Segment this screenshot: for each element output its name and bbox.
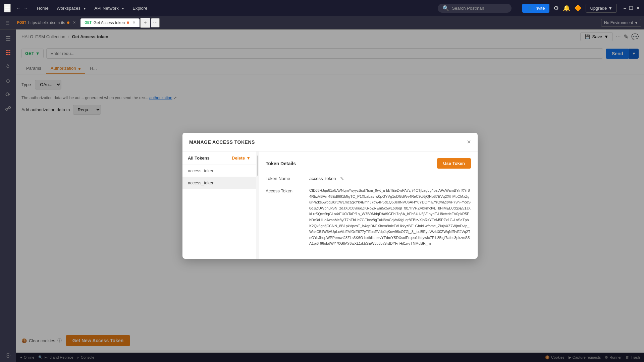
- modal-header: MANAGE ACCESS TOKENS ×: [182, 133, 478, 152]
- env-chevron-icon: ▼: [634, 20, 638, 25]
- access-token-value: CfDJ8HJqu81a8AVNqmYsyycSsd7Ism_9wt_a-bkT…: [309, 188, 471, 247]
- invite-button[interactable]: 👤 Invite: [522, 4, 549, 13]
- tab-get-access-token[interactable]: GET Get Access token ✕: [80, 18, 140, 27]
- token-name-value: access_token ✎: [309, 175, 471, 182]
- sidebar-toggle[interactable]: ☰: [3, 19, 12, 27]
- delete-button[interactable]: Delete ▼: [232, 156, 251, 161]
- tab-label-get: Get Access token: [94, 20, 125, 25]
- sidebar: ☰ ☷ ◊ ◇ ⟳ ☍ ☉: [0, 29, 16, 362]
- token-list-panel: All Tokens Delete ▼ access_token access_…: [182, 152, 256, 259]
- nav-explore[interactable]: Explore: [129, 4, 151, 12]
- token-item-0[interactable]: access_token: [182, 165, 256, 177]
- tab-bar: ☰ POST https://helix-dsom-its ✕ GET Get …: [0, 16, 644, 29]
- sidebar-icon-share[interactable]: ☍: [2, 102, 14, 115]
- invite-icon: 👤: [527, 6, 532, 11]
- maximize-button[interactable]: ☐: [629, 5, 633, 11]
- tab-close-post[interactable]: ✕: [73, 20, 76, 25]
- minimize-button[interactable]: –: [624, 5, 626, 11]
- sidebar-icon-environments[interactable]: ◇: [3, 74, 13, 87]
- avatar-button[interactable]: 🔶: [574, 4, 582, 12]
- all-tokens-label: All Tokens: [188, 156, 210, 161]
- search-icon: 🔍: [442, 5, 449, 11]
- menu-button[interactable]: ☰: [4, 4, 11, 12]
- nav-items: Home Workspaces ▼ API Network ▼ Explore: [34, 4, 151, 12]
- token-details-panel: Token Details Use Token Token Name acces…: [259, 152, 478, 259]
- tab-close-get[interactable]: ✕: [132, 20, 136, 25]
- nav-home[interactable]: Home: [34, 4, 52, 12]
- unsaved-dot-get: [127, 21, 129, 24]
- modal-title: MANAGE ACCESS TOKENS: [189, 139, 255, 145]
- modal-scrollbar[interactable]: [256, 152, 259, 259]
- access-token-row: Access Token CfDJ8HJqu81a8AVNqmYsyycSsd7…: [266, 188, 471, 247]
- top-bar: ☰ ← → Home Workspaces ▼ API Network ▼ Ex…: [0, 0, 644, 16]
- close-button[interactable]: ✕: [636, 5, 640, 11]
- token-item-1[interactable]: access_token: [182, 177, 256, 189]
- sidebar-icon-api[interactable]: ◊: [4, 60, 12, 73]
- token-details-header: Token Details Use Token: [266, 158, 471, 169]
- main-layout: ☰ ☷ ◊ ◇ ⟳ ☍ ☉ HALO ITSM Collection / Get…: [0, 29, 644, 362]
- environment-select[interactable]: No Environment ▼: [601, 19, 641, 27]
- token-name-row: Token Name access_token ✎: [266, 175, 471, 182]
- nav-workspaces[interactable]: Workspaces ▼: [53, 4, 90, 12]
- use-token-button[interactable]: Use Token: [437, 158, 471, 169]
- manage-tokens-modal: MANAGE ACCESS TOKENS × All Tokens Delete…: [182, 133, 478, 259]
- token-name-label: Token Name: [266, 175, 303, 182]
- access-token-label: Access Token: [266, 188, 303, 247]
- modal-overlay: MANAGE ACCESS TOKENS × All Tokens Delete…: [16, 29, 644, 362]
- sidebar-icon-collections[interactable]: ☰: [3, 32, 13, 45]
- search-input[interactable]: [452, 6, 505, 11]
- sidebar-icon-monitor[interactable]: ☷: [3, 46, 13, 59]
- search-bar[interactable]: 🔍: [438, 4, 512, 13]
- token-details-title: Token Details: [266, 161, 296, 166]
- tab-label-post: https://helix-dsom-its: [28, 20, 65, 25]
- add-tab-button[interactable]: +: [140, 18, 150, 28]
- modal-body: All Tokens Delete ▼ access_token access_…: [182, 152, 478, 259]
- method-label-get: GET: [85, 21, 92, 24]
- token-name-edit-icon[interactable]: ✎: [340, 175, 344, 182]
- more-tabs-button[interactable]: ⋯: [151, 18, 160, 27]
- content-area: HALO ITSM Collection / Get Access token …: [16, 29, 644, 362]
- sidebar-icon-history[interactable]: ⟳: [3, 88, 13, 101]
- delete-chevron-icon: ▼: [246, 156, 251, 161]
- forward-button[interactable]: →: [23, 5, 28, 11]
- nav-api-network[interactable]: API Network ▼: [91, 4, 128, 12]
- token-list-header: All Tokens Delete ▼: [182, 152, 256, 165]
- notifications-button[interactable]: 🔔: [563, 4, 570, 12]
- back-button[interactable]: ←: [16, 5, 21, 11]
- chevron-down-icon: ▼: [608, 6, 612, 11]
- settings-button[interactable]: ⚙: [553, 4, 559, 12]
- method-label-post: POST: [17, 21, 26, 24]
- window-controls: – ☐ ✕: [624, 5, 640, 11]
- scrollbar-thumb: [257, 156, 258, 176]
- upgrade-button[interactable]: Upgrade ▼: [586, 4, 617, 13]
- unsaved-dot-post: [67, 21, 69, 24]
- modal-close-button[interactable]: ×: [467, 138, 471, 146]
- nav-arrows: ← →: [16, 5, 28, 11]
- tab-post[interactable]: POST https://helix-dsom-its ✕: [13, 18, 80, 27]
- top-right-actions: 👤 Invite ⚙ 🔔 🔶 Upgrade ▼ – ☐ ✕: [522, 4, 640, 13]
- sidebar-icon-bottom[interactable]: ☉: [3, 349, 13, 362]
